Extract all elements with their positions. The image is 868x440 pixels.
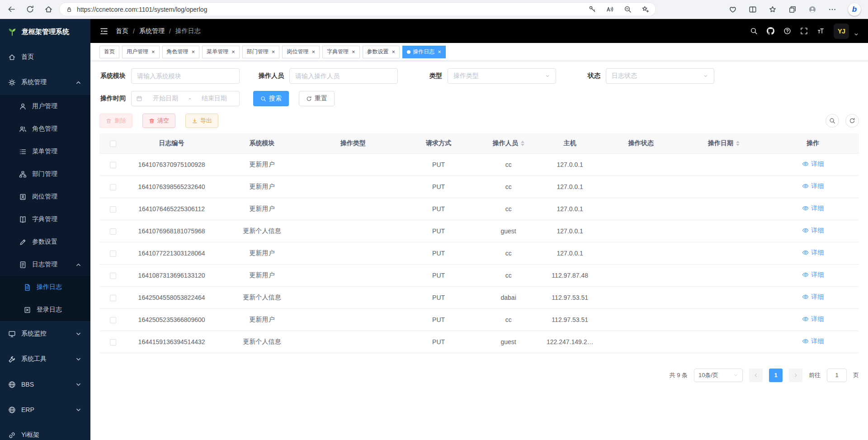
tab-7[interactable]: 参数设置× [363, 46, 400, 58]
detail-link[interactable]: 详细 [802, 315, 824, 323]
reset-button[interactable]: 重置 [299, 91, 335, 106]
sidebar-item-user-mgmt[interactable]: 用户管理 [0, 95, 90, 118]
sidebar-item-dict-mgmt[interactable]: 字典管理 [0, 208, 90, 231]
browser-essentials-icon[interactable] [729, 5, 737, 14]
header-search-icon[interactable] [750, 27, 758, 35]
user-avatar-logo[interactable]: YJ [834, 24, 849, 39]
close-icon[interactable]: × [438, 49, 441, 55]
date-range-picker[interactable]: 开始日期 - 结束日期 [131, 91, 240, 106]
zoom-out-icon[interactable] [624, 5, 632, 13]
breadcrumb-home[interactable]: 首页 [116, 27, 128, 35]
sidebar-item-home[interactable]: 首页 [0, 44, 90, 70]
sidebar-item-role-mgmt[interactable]: 角色管理 [0, 118, 90, 140]
bing-icon[interactable]: b [848, 3, 861, 16]
sidebar-toggle[interactable] [99, 27, 108, 36]
favorites-bar-icon[interactable] [769, 5, 777, 14]
delete-button[interactable]: 删除 [99, 114, 132, 128]
sort-carets-icon[interactable] [736, 141, 740, 146]
key-icon[interactable] [589, 5, 596, 13]
page-size-select[interactable]: 10条/页 [694, 369, 743, 382]
close-icon[interactable]: × [151, 49, 155, 55]
close-icon[interactable]: × [231, 49, 235, 55]
close-icon[interactable]: × [352, 49, 355, 55]
type-select[interactable]: 操作类型 [448, 68, 556, 84]
detail-link[interactable]: 详细 [802, 204, 824, 213]
goto-page-input[interactable] [827, 369, 847, 382]
row-checkbox[interactable] [110, 273, 116, 279]
sidebar-item-log-mgmt[interactable]: 日志管理 [0, 253, 90, 276]
sidebar-item-system-mgmt[interactable]: 系统管理 [0, 70, 90, 95]
tab-5[interactable]: 岗位管理× [282, 46, 320, 58]
tab-3[interactable]: 菜单管理× [202, 46, 240, 58]
collections-icon[interactable] [788, 5, 797, 14]
breadcrumb-system[interactable]: 系统管理 [139, 27, 165, 35]
clear-button[interactable]: 清空 [142, 114, 175, 128]
close-icon[interactable]: × [272, 49, 275, 55]
sort-carets-icon[interactable] [521, 141, 524, 146]
tab-0[interactable]: 首页 [99, 46, 119, 58]
close-icon[interactable]: × [392, 49, 396, 55]
row-checkbox[interactable] [110, 162, 116, 168]
detail-link[interactable]: 详细 [802, 337, 824, 345]
select-all-checkbox[interactable] [110, 141, 116, 147]
tab-2[interactable]: 角色管理× [162, 46, 200, 58]
sidebar-item-oper-log[interactable]: 操作日志 [0, 276, 90, 298]
row-checkbox[interactable] [110, 228, 116, 235]
user-menu-caret-icon[interactable] [854, 32, 859, 37]
next-page-button[interactable] [789, 369, 802, 382]
close-icon[interactable]: × [311, 49, 315, 55]
more-menu-icon[interactable] [828, 5, 836, 14]
github-icon[interactable] [767, 27, 774, 35]
row-checkbox[interactable] [110, 295, 116, 301]
detail-link[interactable]: 详细 [802, 160, 824, 168]
detail-link[interactable]: 详细 [802, 293, 824, 301]
back-icon[interactable] [7, 5, 16, 14]
refresh-table-button[interactable] [845, 114, 859, 128]
home-icon[interactable] [44, 5, 53, 14]
sidebar-item-system-monitor[interactable]: 系统监控 [0, 321, 90, 346]
status-select[interactable]: 日志状态 [606, 68, 714, 84]
toggle-search-button[interactable] [826, 114, 839, 128]
column-header-4[interactable]: 操作人员 [478, 133, 538, 153]
app-logo[interactable]: 意框架管理系统 [0, 19, 90, 44]
tab-8[interactable]: 操作日志× [402, 46, 446, 58]
tab-6[interactable]: 字典管理× [322, 46, 360, 58]
row-checkbox[interactable] [110, 339, 116, 345]
column-header-7[interactable]: 操作日期 [680, 133, 767, 153]
tab-4[interactable]: 部门管理× [242, 46, 280, 58]
reload-icon[interactable] [26, 5, 34, 14]
lock-icon[interactable] [66, 6, 72, 13]
sidebar-item-login-log[interactable]: 登录日志 [0, 298, 90, 321]
close-icon[interactable]: × [192, 49, 195, 55]
detail-link[interactable]: 详细 [802, 249, 824, 257]
sidebar-item-post-mgmt[interactable]: 岗位管理 [0, 185, 90, 208]
row-checkbox[interactable] [110, 251, 116, 257]
tab-1[interactable]: 用户管理× [122, 46, 160, 58]
read-aloud-icon[interactable] [606, 5, 614, 13]
sidebar-item-yi-framework[interactable]: Yi框架 [0, 422, 90, 440]
row-checkbox[interactable] [110, 206, 116, 213]
sidebar-item-menu-mgmt[interactable]: 菜单管理 [0, 140, 90, 163]
export-button[interactable]: 导出 [185, 114, 218, 128]
search-button[interactable]: 搜索 [253, 91, 289, 106]
sidebar-item-erp[interactable]: ERP [0, 397, 90, 422]
module-input[interactable] [131, 68, 240, 84]
address-bar[interactable]: https://ccnetcore.com:1101/system/log/op… [59, 2, 656, 16]
split-screen-icon[interactable] [749, 5, 757, 14]
current-page[interactable]: 1 [769, 369, 783, 382]
add-favorite-icon[interactable] [642, 5, 649, 13]
help-icon[interactable] [783, 27, 791, 35]
sidebar-item-param-settings[interactable]: 参数设置 [0, 231, 90, 253]
detail-link[interactable]: 详细 [802, 227, 824, 235]
row-checkbox[interactable] [110, 184, 116, 190]
prev-page-button[interactable] [749, 369, 763, 382]
detail-link[interactable]: 详细 [802, 271, 824, 279]
detail-link[interactable]: 详细 [802, 182, 824, 190]
profile-avatar-icon[interactable] [808, 5, 816, 14]
sidebar-item-bbs[interactable]: BBS [0, 372, 90, 397]
font-size-icon[interactable] [817, 27, 825, 35]
operator-input[interactable] [289, 68, 398, 84]
sidebar-item-dept-mgmt[interactable]: 部门管理 [0, 163, 90, 185]
fullscreen-icon[interactable] [800, 27, 808, 35]
row-checkbox[interactable] [110, 317, 116, 323]
